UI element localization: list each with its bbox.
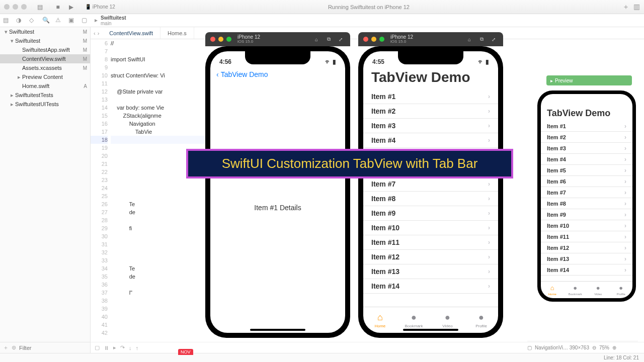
home-icon[interactable]: ⌂: [465, 37, 474, 42]
fwd-icon[interactable]: ›: [98, 30, 100, 36]
editor-tab[interactable]: ContentView.swift: [102, 27, 160, 39]
back-icon[interactable]: ‹: [94, 30, 96, 36]
battery-icon: ▮: [333, 58, 336, 65]
list-item[interactable]: Item #11›: [541, 231, 632, 242]
home-indicator[interactable]: [250, 329, 305, 331]
breakpoints-toggle-icon[interactable]: ⏸: [104, 345, 109, 351]
list-item[interactable]: Item #3›: [363, 119, 498, 133]
min-dot[interactable]: [13, 4, 18, 10]
tab-home[interactable]: ⌂Home: [363, 307, 397, 333]
nav-row[interactable]: ▸Preview Content: [0, 72, 90, 81]
list-item[interactable]: Item #11›: [363, 235, 498, 250]
nav-row[interactable]: Assets.xcassetsM: [0, 63, 90, 72]
sim-min-icon[interactable]: [218, 37, 223, 42]
editor-tab[interactable]: Home.s: [160, 27, 194, 39]
step-over-icon[interactable]: ↷: [120, 344, 125, 351]
list-item[interactable]: Item #13›: [363, 264, 498, 279]
tab-profile[interactable]: ●Profile: [610, 282, 633, 298]
sim-zoom-icon[interactable]: [379, 37, 384, 42]
stop-icon[interactable]: ■: [53, 2, 63, 12]
nav-row[interactable]: ▾SwiftuitestM: [0, 36, 90, 45]
list-title: TabView Demo: [363, 66, 498, 89]
device-icon[interactable]: ▢: [527, 345, 532, 350]
screenshot-icon[interactable]: ⧉: [477, 36, 486, 42]
nav-toggle-group: ▤: [35, 2, 45, 12]
hide-debug-icon[interactable]: ▢: [95, 344, 100, 351]
library-icon[interactable]: ▥: [633, 3, 640, 12]
list-item[interactable]: Item #10›: [541, 220, 632, 231]
tab-home[interactable]: ⌂Home: [541, 282, 564, 298]
test-icon[interactable]: ▣: [68, 17, 76, 25]
preview-pill[interactable]: ▸ Preview: [546, 75, 632, 85]
list-item[interactable]: Item #9›: [541, 209, 632, 220]
sim-close-icon[interactable]: [363, 37, 368, 42]
code-view[interactable]: //import SwiftUIstruct ContentView: Vi @…: [111, 39, 211, 342]
continue-icon[interactable]: ▸: [113, 344, 116, 351]
tab-video[interactable]: ●Video: [587, 282, 610, 298]
folder-icon[interactable]: ▤: [3, 17, 11, 25]
list-item[interactable]: Item #5›: [541, 165, 632, 176]
sim-close-icon[interactable]: [210, 37, 215, 42]
step-out-icon[interactable]: ↑: [136, 345, 139, 351]
list-item[interactable]: Item #8›: [363, 192, 498, 206]
home-indicator[interactable]: [403, 329, 458, 331]
zoom-in-icon[interactable]: ⊕: [612, 345, 616, 350]
nav-row[interactable]: Home.swiftA: [0, 81, 90, 90]
filter-icon[interactable]: ⊚: [12, 344, 16, 351]
list-item[interactable]: Item #2›: [363, 104, 498, 119]
list-item[interactable]: Item #12›: [541, 242, 632, 253]
list-item[interactable]: Item #14›: [541, 264, 632, 276]
list-item[interactable]: Item #4›: [541, 154, 632, 165]
zoom-dot[interactable]: [21, 4, 27, 10]
nav-row[interactable]: ▸SwiftuitestUITests: [0, 100, 90, 109]
sim-zoom-icon[interactable]: [226, 37, 231, 42]
chevron-right-icon: ›: [488, 283, 490, 290]
sim-window-bar: iPhone 12iOS 15.0 ⌂ ⧉ ⤢: [205, 32, 350, 46]
nav-row[interactable]: ContentView.swiftM: [0, 54, 90, 63]
tab-profile[interactable]: ●Profile: [464, 307, 498, 333]
find-icon[interactable]: 🔍: [42, 17, 50, 25]
zoom-out-icon[interactable]: ⊖: [592, 345, 596, 350]
list-item[interactable]: Item #10›: [363, 221, 498, 235]
list-item[interactable]: Item #9›: [363, 206, 498, 221]
nav-back[interactable]: ‹TabView Demo: [210, 66, 345, 82]
filter-input[interactable]: [19, 345, 89, 351]
rotate-icon[interactable]: ⤢: [336, 37, 345, 42]
list-item[interactable]: Item #13›: [541, 253, 632, 264]
list-item[interactable]: Item #7›: [363, 177, 498, 192]
close-dot[interactable]: [4, 4, 10, 10]
detail-text: Item #1 Details: [210, 82, 345, 333]
screenshot-icon[interactable]: ⧉: [324, 36, 333, 42]
nav-row[interactable]: SwiftuitestApp.swiftM: [0, 45, 90, 54]
list-item[interactable]: Item #6›: [541, 176, 632, 187]
scm-icon[interactable]: ◑: [16, 17, 24, 25]
list-item[interactable]: Item #4›: [363, 133, 498, 148]
list-item[interactable]: Item #3›: [541, 143, 632, 154]
sim-min-icon[interactable]: [371, 37, 376, 42]
sidebar-toggle-icon[interactable]: ▤: [35, 2, 45, 12]
step-in-icon[interactable]: ↓: [129, 345, 132, 351]
nav-row[interactable]: ▸SwiftuitestTests: [0, 90, 90, 100]
chevron-right-icon: ›: [488, 93, 490, 100]
add-icon[interactable]: ＋: [622, 3, 629, 12]
debug-icon[interactable]: ▢: [82, 17, 90, 25]
preview-title: TabView Demo: [541, 104, 632, 121]
run-icon[interactable]: ▶: [66, 2, 76, 12]
list-item[interactable]: Item #8›: [541, 198, 632, 209]
list-item[interactable]: Item #2›: [541, 132, 632, 143]
rotate-icon[interactable]: ⤢: [489, 37, 498, 42]
list-item[interactable]: Item #12›: [363, 250, 498, 264]
home-icon[interactable]: ⌂: [312, 37, 321, 42]
scheme-device[interactable]: 📱 iPhone 12: [85, 4, 115, 10]
list-item[interactable]: Item #1›: [541, 121, 632, 132]
symbol-icon[interactable]: ◇: [29, 17, 37, 25]
bookmark-icon: ●: [573, 284, 577, 292]
line-gutter: 6789101112131415161718192021222324252627…: [91, 39, 111, 342]
list-item[interactable]: Item #14›: [363, 279, 498, 294]
issue-icon[interactable]: ⚠: [55, 17, 63, 25]
nav-row[interactable]: ▾SwiftuitestM: [0, 27, 90, 36]
list-item[interactable]: Item #1›: [363, 89, 498, 104]
list-item[interactable]: Item #7›: [541, 187, 632, 198]
add-target-icon[interactable]: ＋: [3, 344, 9, 351]
tab-bookmark[interactable]: ●Bookmark: [564, 282, 587, 298]
